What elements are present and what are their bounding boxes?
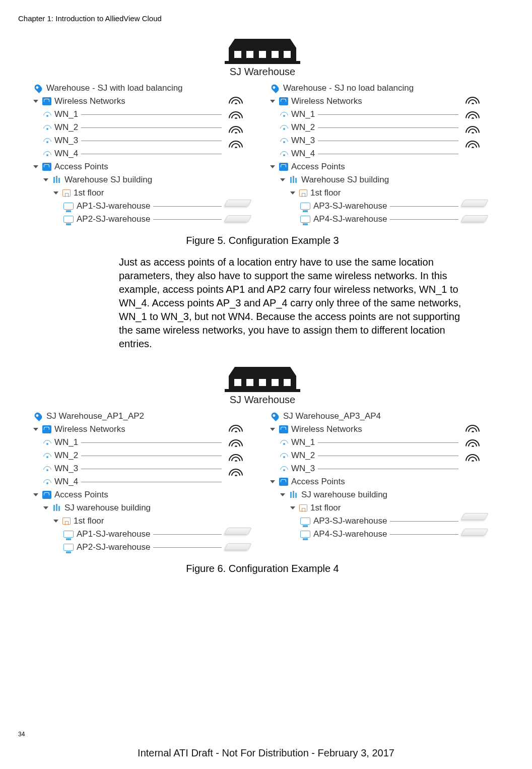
ap-icon [300,216,310,223]
networks-icon [42,491,51,499]
networks-icon [279,478,288,486]
ap-item: AP4-SJ-warehouse [313,529,387,539]
wifi-target-icon [229,439,243,451]
wifi-icon [43,111,51,117]
building-label: Warehouse SJ building [64,175,152,185]
connector-line [81,482,222,482]
ap-icon [63,203,74,210]
body-paragraph: Just as access points of a location entr… [119,255,507,351]
warehouse-building-1: SJ Warehouse [18,39,507,78]
caret-icon [43,178,48,181]
networks-icon [279,425,288,433]
pin-icon [33,83,43,93]
device-icon [460,200,488,207]
caret-icon [270,480,275,483]
wireless-networks-label: Wireless Networks [291,96,362,106]
wn-item: WN_1 [54,437,78,447]
caret-icon [33,165,38,168]
wn-item: WN_2 [291,122,315,133]
wifi-target-icon [229,126,243,137]
wn-item: WN_3 [291,136,315,146]
connector-line [153,547,222,548]
device-icon [460,513,488,520]
wifi-target-icon [229,97,243,108]
floor-icon [62,189,71,197]
wifi-icon [43,453,51,459]
wifi-target-icon [466,425,480,436]
connector-line [81,114,222,115]
caret-icon [33,428,38,431]
device-icon [224,528,251,535]
footer-text: Internal ATI Draft - Not For Distributio… [0,747,532,759]
building-label: SJ warehouse building [64,503,151,513]
wn-item: WN_4 [291,149,315,159]
connector-line [81,442,222,443]
wn-item: WN_3 [291,464,315,474]
connector-line [81,141,222,141]
wn-item: WN_4 [54,477,78,487]
warehouse-building-2: SJ Warehouse [18,367,507,406]
floor-label: 1st floor [74,516,104,526]
ap-icon [63,544,74,551]
wifi-icon [280,453,288,459]
caret-icon [43,506,48,509]
networks-icon [279,97,288,105]
wn-item: WN_4 [54,149,78,159]
device-icon [224,543,251,550]
wifi-icon [280,138,288,144]
device-icon [460,215,488,222]
caret-icon [280,493,285,496]
wifi-icon [280,151,288,157]
access-points-label: Access Points [54,490,108,500]
wifi-target-icon [466,141,480,152]
location-label: SJ Warehouse_AP1_AP2 [46,411,144,421]
connector-line [390,521,458,522]
wifi-icon [43,151,51,157]
ap-icon [300,518,310,525]
building-label: Warehouse SJ building [301,175,389,185]
ap-item: AP3-SJ-warehouse [313,516,387,526]
wireless-networks-label: Wireless Networks [54,96,125,106]
wifi-icon [280,124,288,131]
caret-icon [270,100,275,103]
ap-item: AP1-SJ-warehouse [77,529,150,539]
wifi-icon [280,111,288,117]
floor-icon [62,518,71,525]
connector-line [390,534,458,535]
location-label: Warehouse - SJ with load balancing [46,83,183,93]
connector-line [81,469,222,469]
wn-item: WN_2 [54,122,78,133]
caret-icon [33,493,38,496]
wifi-target-icon [229,111,243,122]
caret-icon [280,178,285,181]
ap-icon [300,203,310,210]
caret-icon [53,191,58,195]
wireless-networks-label: Wireless Networks [54,424,125,434]
connector-line [318,114,458,115]
figure-6-diagram: SJ Warehouse_AP1_AP2 Wireless Networks W… [18,410,507,554]
wn-item: WN_1 [54,109,78,119]
warehouse-label: SJ Warehouse [18,66,507,78]
pin-icon [33,411,43,421]
wn-item: WN_1 [291,109,315,119]
connector-line [153,534,222,535]
access-points-label: Access Points [291,162,345,172]
networks-icon [42,425,51,433]
chapter-header: Chapter 1: Introduction to AlliedView Cl… [18,14,507,23]
wifi-target-icon [229,141,243,152]
networks-icon [42,163,51,171]
connector-line [81,127,222,128]
caret-icon [290,506,295,509]
ap-icon [63,216,74,223]
floor-icon [299,504,307,511]
floor-label: 1st floor [74,188,104,198]
wifi-icon [43,138,51,144]
device-icon [460,529,488,536]
connector-line [318,456,458,456]
ap-icon [63,531,74,538]
wifi-icon [280,466,288,472]
connector-line [318,469,458,469]
connector-line [318,127,458,128]
caret-icon [290,191,295,195]
location-label: Warehouse - SJ no load balancing [283,83,414,93]
